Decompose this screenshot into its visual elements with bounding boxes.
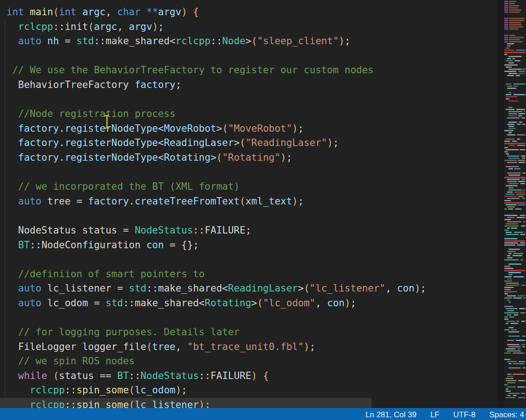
status-eol-sequence[interactable]: LF (430, 410, 439, 420)
code-line: int main(int argc, char **argv) { (0, 5, 426, 20)
code-line: FileLogger logger_file(tree, "bt_trace_u… (0, 340, 426, 355)
status-bar: Ln 281, Col 39 LF UTF-8 Spaces: 4 (0, 408, 526, 420)
code-line: auto nh = std::make_shared<rclcpp::Node>… (0, 34, 426, 49)
code-line: factory.registerNodeType<Rotating>("Rota… (0, 151, 426, 165)
vscode-editor-window: int main(int argc, char **argv) { rclcpp… (0, 0, 526, 420)
code-line: auto lc_listener = std::make_shared<Read… (0, 281, 426, 296)
minimap[interactable] (504, 0, 526, 402)
code-line (0, 310, 426, 325)
code-line: auto lc_odom = std::make_shared<Rotating… (0, 296, 426, 311)
status-encoding[interactable]: UTF-8 (453, 410, 475, 420)
code-line: NodeStatus status = NodeStatus::FAILURE; (0, 223, 426, 238)
code-line (0, 165, 426, 180)
code-line: //definiion of smart pointers to (0, 267, 426, 282)
code-line: rclcpp::spin_some(lc_odom); (0, 383, 426, 398)
code-line: factory.registerNodeType<MoveRobot>("Mov… (0, 122, 426, 136)
code-line (0, 93, 426, 107)
code-line: // for logging purposes. Details later (0, 325, 426, 340)
code-line: auto tree = factory.createTreeFromText(x… (0, 194, 426, 209)
code-line: //Node registration process (0, 107, 426, 122)
code-line: BehaviorTreeFactory factory; (0, 78, 426, 93)
minimap-left-shade (497, 0, 504, 408)
code-line (0, 49, 426, 64)
code-line (0, 209, 426, 223)
code-line: BT::NodeConfiguration con = {}; (0, 238, 426, 253)
code-editor[interactable]: int main(int argc, char **argv) { rclcpp… (0, 5, 426, 413)
code-line: factory.registerNodeType<ReadingLaser>("… (0, 136, 426, 151)
code-line: rclcpp::init(argc, argv); (0, 20, 426, 35)
code-line: while (status == BT::NodeStatus::FAILURE… (0, 369, 426, 384)
ibeam-cursor (102, 114, 112, 132)
code-line: // we spin ROS nodes (0, 354, 426, 369)
code-line (0, 252, 426, 267)
status-cursor-position[interactable]: Ln 281, Col 39 (366, 410, 417, 420)
code-line: // we incorporated the BT (XML format) (0, 180, 426, 194)
status-indentation[interactable]: Spaces: 4 (489, 410, 524, 420)
code-line: // We use the BehaviorTreeFactory to reg… (0, 63, 426, 78)
